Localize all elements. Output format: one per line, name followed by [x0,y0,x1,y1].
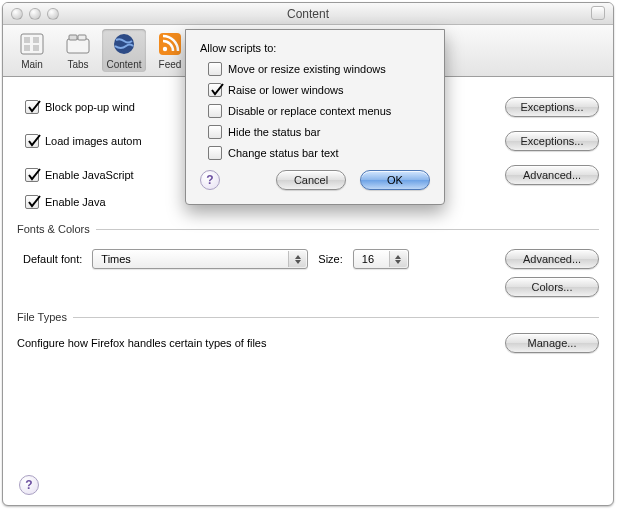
svg-rect-5 [67,39,89,53]
svg-rect-4 [33,45,39,51]
globe-icon [111,31,137,57]
minimize-icon[interactable] [29,8,41,20]
colors-button[interactable]: Colors... [505,277,599,297]
tabs-icon [65,31,91,57]
checkbox-move-resize[interactable] [208,62,222,76]
titlebar: Content [3,3,613,25]
label-raise-lower: Raise or lower windows [228,84,344,96]
toolbar-item-tabs[interactable]: Tabs [56,29,100,72]
toolbar-item-label: Tabs [67,59,88,70]
advanced-button-fonts[interactable]: Advanced... [505,249,599,269]
checkbox-load-images[interactable] [25,134,39,148]
font-value: Times [101,253,131,265]
svg-rect-6 [69,35,77,40]
window-title: Content [3,7,613,21]
arrows-icon [389,251,407,267]
divider [96,229,599,230]
toolbar-item-label: Content [106,59,141,70]
advanced-js-dialog: Allow scripts to: Move or resize existin… [185,29,445,205]
toolbar-item-content[interactable]: Content [102,29,146,72]
switches-icon [19,31,45,57]
checkbox-block-popups[interactable] [25,100,39,114]
label-enable-js: Enable JavaScript [45,169,134,181]
ok-button[interactable]: OK [360,170,430,190]
size-popup[interactable]: 16 [353,249,409,269]
advanced-button-js[interactable]: Advanced... [505,165,599,185]
checkbox-enable-js[interactable] [25,168,39,182]
fonts-section-label: Fonts & Colors [17,223,599,235]
filetypes-desc: Configure how Firefox handles certain ty… [17,337,266,349]
label-hide-statusbar: Hide the status bar [228,126,320,138]
svg-rect-2 [33,37,39,43]
dialog-help-button[interactable]: ? [200,170,220,190]
divider [73,317,599,318]
exceptions-button-popups[interactable]: Exceptions... [505,97,599,117]
help-button[interactable]: ? [19,475,39,495]
zoom-icon[interactable] [47,8,59,20]
size-value: 16 [362,253,374,265]
checkbox-change-statusbar[interactable] [208,146,222,160]
size-label: Size: [318,253,342,265]
cancel-button[interactable]: Cancel [276,170,346,190]
svg-rect-1 [24,37,30,43]
checkbox-context-menus[interactable] [208,104,222,118]
toolbar-item-label: Feed [159,59,182,70]
rss-icon [157,31,183,57]
arrows-icon [288,251,306,267]
svg-rect-7 [78,35,86,40]
preferences-window: Content Main Tabs Content Feed [2,2,614,506]
toolbar-item-label: Main [21,59,43,70]
svg-rect-3 [24,45,30,51]
toolbar-item-main[interactable]: Main [10,29,54,72]
traffic-lights [3,8,59,20]
toolbar-toggle-icon[interactable] [591,6,605,20]
font-popup[interactable]: Times [92,249,308,269]
checkbox-raise-lower[interactable] [208,83,222,97]
filetypes-section-label: File Types [17,311,599,323]
dialog-heading: Allow scripts to: [200,42,430,54]
default-font-label: Default font: [23,253,82,265]
label-context-menus: Disable or replace context menus [228,105,391,117]
checkbox-hide-statusbar[interactable] [208,125,222,139]
label-enable-java: Enable Java [45,196,106,208]
exceptions-button-images[interactable]: Exceptions... [505,131,599,151]
label-move-resize: Move or resize existing windows [228,63,386,75]
label-change-statusbar: Change status bar text [228,147,339,159]
label-load-images: Load images autom [45,135,142,147]
manage-button[interactable]: Manage... [505,333,599,353]
close-icon[interactable] [11,8,23,20]
checkbox-enable-java[interactable] [25,195,39,209]
svg-point-10 [163,47,167,51]
label-block-popups: Block pop-up wind [45,101,135,113]
